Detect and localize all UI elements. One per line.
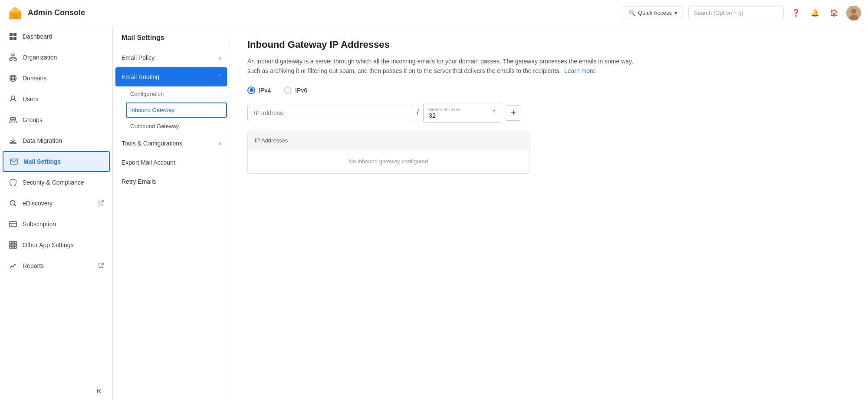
download-icon	[9, 136, 17, 145]
sidebar-collapse-button[interactable]	[0, 382, 112, 400]
svg-rect-38	[10, 246, 12, 248]
sidebar-label-reports: Reports	[23, 262, 44, 269]
submenu-item-tools-configurations[interactable]: Tools & Configurations ›	[113, 134, 230, 153]
ipv4-radio-button[interactable]	[247, 86, 255, 94]
submenu-item-outbound-gateway[interactable]: Outbound Gateway	[126, 119, 230, 134]
submenu-header: Mail Settings	[113, 26, 230, 48]
search-icon-sm: 🔍	[628, 10, 635, 16]
sidebar-item-reports[interactable]: Reports	[0, 255, 112, 276]
submenu-item-configuration[interactable]: Configuration	[126, 86, 230, 102]
sidebar-label-subscription: Subscription	[23, 221, 56, 228]
sidebar-item-other-app-settings[interactable]: Other App Settings	[0, 235, 112, 255]
sidebar-item-data-migration[interactable]: Data Migration	[0, 130, 112, 151]
svg-rect-8	[12, 54, 14, 56]
sidebar-item-groups[interactable]: Groups	[0, 109, 112, 130]
ip-mask-select-label: Select IP mask	[429, 107, 460, 112]
home-icon: 🏠	[830, 9, 838, 17]
home-button[interactable]: 🏠	[827, 6, 841, 20]
header-right: 🔍 Quick Access ▾ Search (Option + q) ❓ 🔔…	[623, 6, 861, 20]
svg-rect-32	[10, 241, 12, 244]
submenu-item-retry-emails[interactable]: Retry Emails	[113, 172, 230, 191]
plus-icon: +	[511, 108, 516, 118]
ip-table-header: IP Addresses	[248, 132, 529, 149]
submenu-item-email-routing[interactable]: Email Routing ˅	[115, 67, 227, 86]
chevron-down-icon-mask: ˅	[493, 109, 496, 116]
submenu-item-email-policy[interactable]: Email Policy ›	[113, 48, 230, 67]
ip-mask-dropdown[interactable]: Select IP mask 32 ˅	[423, 103, 501, 123]
svg-rect-7	[13, 37, 16, 40]
apps-icon	[9, 241, 17, 249]
svg-rect-40	[14, 246, 16, 248]
ip-addresses-table: IP Addresses No inbound gateway configur…	[247, 132, 529, 174]
sidebar-label-mail-settings: Mail Settings	[23, 158, 61, 165]
user-icon	[9, 95, 17, 103]
ip-version-radio-group: IPv4 IPv6	[247, 86, 851, 94]
svg-line-41	[101, 263, 103, 266]
svg-rect-39	[12, 247, 14, 248]
ipv4-label: IPv4	[259, 87, 271, 94]
app-title: Admin Console	[28, 8, 85, 17]
submenu-label-configuration: Configuration	[130, 91, 164, 97]
sidebar-item-mail-settings[interactable]: Mail Settings	[3, 151, 110, 172]
sidebar-item-users[interactable]: Users	[0, 89, 112, 109]
svg-point-22	[13, 117, 16, 120]
sidebar-item-ediscovery[interactable]: eDiscovery	[0, 193, 112, 214]
svg-rect-35	[10, 244, 11, 246]
submenu-label-email-policy: Email Policy	[122, 54, 155, 61]
main-layout: Dashboard Organization Domains Users Gro	[0, 26, 868, 400]
add-ip-button[interactable]: +	[506, 105, 521, 121]
reports-icon	[9, 261, 17, 270]
search-box[interactable]: Search (Option + q)	[688, 7, 784, 19]
org-icon	[9, 53, 17, 62]
svg-point-2	[851, 9, 856, 14]
user-avatar[interactable]	[846, 6, 861, 20]
ipv6-radio-option[interactable]: IPv6	[284, 86, 307, 94]
submenu-label-email-routing: Email Routing	[122, 73, 159, 80]
sidebar-label-other-app-settings: Other App Settings	[23, 241, 74, 248]
sidebar-item-organization[interactable]: Organization	[0, 47, 112, 68]
submenu-label-export-mail-account: Export Mail Account	[122, 159, 175, 166]
mail-icon	[10, 157, 18, 166]
bell-icon: 🔔	[811, 9, 819, 17]
submenu-item-export-mail-account[interactable]: Export Mail Account	[113, 153, 230, 172]
svg-rect-6	[10, 37, 13, 40]
avatar-image	[846, 6, 861, 20]
submenu-item-inbound-gateway[interactable]: Inbound Gateway	[126, 102, 227, 118]
notifications-button[interactable]: 🔔	[808, 6, 822, 20]
chevron-right-icon-email-policy: ›	[219, 54, 221, 61]
sidebar-label-ediscovery: eDiscovery	[23, 200, 53, 207]
sidebar-item-dashboard[interactable]: Dashboard	[0, 26, 112, 47]
sidebar-label-domains: Domains	[23, 75, 46, 82]
external-link-icon-reports	[99, 263, 104, 269]
ipv6-radio-button[interactable]	[284, 86, 292, 94]
submenu-label-tools-configurations: Tools & Configurations	[122, 140, 182, 147]
svg-rect-29	[10, 221, 16, 227]
learn-more-link[interactable]: Learn more	[564, 67, 595, 74]
sidebar-label-organization: Organization	[23, 54, 57, 61]
sidebar-item-domains[interactable]: Domains	[0, 68, 112, 89]
svg-point-36	[12, 244, 14, 246]
sidebar-item-subscription[interactable]: Subscription	[0, 214, 112, 235]
svg-rect-25	[10, 159, 17, 164]
svg-point-26	[10, 201, 15, 205]
svg-rect-10	[14, 59, 16, 60]
ediscovery-icon	[9, 199, 17, 208]
svg-rect-34	[14, 241, 16, 244]
ip-input-row: / Select IP mask 32 ˅ +	[247, 103, 851, 123]
svg-rect-9	[10, 59, 12, 60]
sidebar-item-security-compliance[interactable]: Security & Compliance	[0, 172, 112, 193]
quick-access-button[interactable]: 🔍 Quick Access ▾	[623, 7, 683, 19]
svg-rect-37	[15, 244, 16, 246]
groups-icon	[9, 116, 17, 124]
svg-rect-33	[12, 241, 14, 243]
sidebar-label-security-compliance: Security & Compliance	[23, 179, 84, 186]
sidebar-label-users: Users	[23, 96, 39, 102]
submenu-sub-email-routing: Configuration Inbound Gateway Outbound G…	[113, 86, 230, 134]
help-button[interactable]: ❓	[789, 6, 803, 20]
ipv4-radio-option[interactable]: IPv4	[247, 86, 271, 94]
sidebar: Dashboard Organization Domains Users Gro	[0, 26, 113, 400]
top-header: Admin Console 🔍 Quick Access ▾ Search (O…	[0, 0, 868, 26]
ip-address-input[interactable]	[247, 105, 412, 121]
dropdown-arrow-icon: ▾	[674, 10, 677, 16]
submenu-label-inbound-gateway: Inbound Gateway	[130, 107, 174, 113]
